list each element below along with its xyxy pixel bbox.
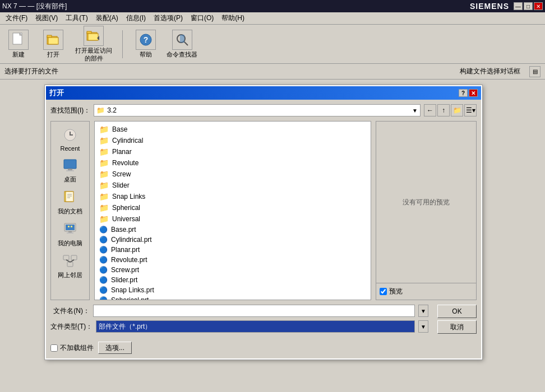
- folder-icon: 📁: [99, 214, 109, 223]
- folder-spherical-label: Spherical: [112, 204, 140, 212]
- go-back-button[interactable]: ←: [424, 104, 436, 116]
- help-icon: ?: [136, 30, 156, 50]
- toolbar: 新建 打开 打开最近访问 的部件 ?: [0, 25, 545, 64]
- svg-line-42: [66, 260, 70, 262]
- no-load-checkbox[interactable]: [50, 344, 58, 352]
- dialog-toolbar: ← ↑ 📁 ☰▾: [424, 104, 477, 116]
- folder-spherical[interactable]: 📁 Spherical: [97, 202, 368, 213]
- new-folder-button[interactable]: 📁: [451, 104, 463, 116]
- filetype-select[interactable]: 部件文件（*.prt）: [96, 320, 415, 333]
- preview-checkbox[interactable]: [380, 288, 387, 295]
- up-folder-button[interactable]: ↑: [437, 104, 450, 116]
- folder-icon: 📁: [99, 181, 109, 190]
- folder-screw[interactable]: 📁 Screw: [97, 169, 368, 180]
- file-base-prt[interactable]: 🔵 Base.prt: [97, 225, 368, 235]
- toolbar-separator: [122, 30, 123, 58]
- dialog-title-bar: 打开 ? ✕: [46, 86, 481, 100]
- prt-icon: 🔵: [99, 246, 108, 254]
- svg-rect-39: [63, 255, 69, 260]
- menu-tools[interactable]: 工具(T): [62, 12, 91, 24]
- svg-rect-14: [180, 35, 184, 43]
- window-title: NX 7 — — [没有部件]: [2, 2, 67, 11]
- open-recent-button[interactable]: 打开最近访问 的部件: [74, 26, 113, 62]
- open-recent-icon: [84, 26, 104, 46]
- file-snap-links-prt-label: Snap Links.prt: [111, 286, 154, 294]
- filetype-dropdown-button[interactable]: ▼: [418, 320, 428, 333]
- file-cylindrical-prt-label: Cylindrical.prt: [111, 236, 152, 244]
- ok-button[interactable]: OK: [437, 305, 477, 318]
- no-preview-text: 没有可用的预览: [403, 198, 450, 207]
- file-planar-prt-label: Planar.prt: [111, 246, 140, 254]
- title-bar: NX 7 — — [没有部件] SIEMENS — □ ✕: [0, 0, 545, 12]
- menu-info[interactable]: 信息(I): [123, 12, 149, 24]
- file-screw-prt[interactable]: 🔵 Screw.prt: [97, 265, 368, 275]
- open-icon: [43, 30, 63, 50]
- folder-revolute[interactable]: 📁 Revolute: [97, 157, 368, 169]
- restore-button[interactable]: □: [524, 2, 533, 10]
- file-revolute-prt[interactable]: 🔵 Revolute.prt: [97, 255, 368, 265]
- no-load-row: 不加载组件: [50, 343, 94, 353]
- filename-label: 文件名(N)：: [50, 306, 90, 316]
- workspace: 打开 ? ✕ 查找范围(I)： 📁 3.2 ▼ ←: [0, 80, 545, 392]
- look-in-select[interactable]: 📁 3.2 ▼: [94, 104, 421, 116]
- svg-rect-26: [68, 169, 72, 170]
- dialog-close-button[interactable]: ✕: [469, 89, 478, 97]
- menu-help[interactable]: 帮助(H): [218, 12, 248, 24]
- no-load-label: 不加载组件: [60, 343, 94, 353]
- nav-panel-recent[interactable]: Recent: [53, 126, 87, 152]
- svg-line-43: [70, 260, 74, 262]
- menu-view[interactable]: 视图(V): [32, 12, 61, 24]
- view-menu-button[interactable]: ☰▾: [464, 104, 477, 116]
- svg-rect-36: [67, 232, 73, 234]
- preview-panel: 没有可用的预览 预览: [376, 121, 477, 300]
- file-spherical-prt[interactable]: 🔵 Spherical.prt: [97, 295, 368, 300]
- menu-window[interactable]: 窗口(O): [187, 12, 217, 24]
- file-revolute-prt-label: Revolute.prt: [111, 256, 147, 264]
- nav-panel-my-docs[interactable]: 我的文档: [53, 188, 87, 216]
- nav-panel-my-docs-label: 我的文档: [58, 207, 82, 216]
- close-button[interactable]: ✕: [534, 2, 543, 10]
- new-icon: [8, 30, 29, 50]
- folder-snap-links[interactable]: 📁 Snap Links: [97, 191, 368, 202]
- filename-input[interactable]: [93, 305, 415, 317]
- folder-universal-label: Universal: [112, 215, 140, 223]
- dialog-help-button[interactable]: ?: [459, 89, 468, 97]
- nav-panel-desktop[interactable]: 桌面: [53, 156, 87, 184]
- svg-rect-35: [68, 231, 72, 232]
- folder-cylindrical[interactable]: 📁 Cylindrical: [97, 135, 368, 146]
- file-slider-prt[interactable]: 🔵 Slider.prt: [97, 275, 368, 285]
- help-button[interactable]: ? 帮助: [132, 30, 160, 58]
- file-snap-links-prt[interactable]: 🔵 Snap Links.prt: [97, 285, 368, 295]
- status-expand-button[interactable]: ▤: [529, 66, 541, 77]
- dialog-buttons: OK 取消: [437, 305, 477, 334]
- svg-rect-40: [71, 255, 77, 260]
- folder-planar[interactable]: 📁 Planar: [97, 146, 368, 157]
- folder-slider[interactable]: 📁 Slider: [97, 180, 368, 191]
- file-cylindrical-prt[interactable]: 🔵 Cylindrical.prt: [97, 235, 368, 245]
- new-button[interactable]: 新建: [4, 30, 33, 58]
- dialog-content: 查找范围(I)： 📁 3.2 ▼ ← ↑ 📁 ☰▾: [46, 100, 481, 358]
- status-left: 选择要打开的文件: [4, 67, 58, 76]
- menu-preferences[interactable]: 首选项(P): [150, 12, 186, 24]
- bottom-form: 文件名(N)： ▼ 文件类型(T)： 部件文件（*.prt） ▼: [50, 305, 477, 336]
- minimize-button[interactable]: —: [514, 2, 523, 10]
- dialog-title-text: 打开: [49, 88, 64, 98]
- menu-file[interactable]: 文件(F): [2, 12, 31, 24]
- command-finder-button[interactable]: 命令查找器: [167, 30, 197, 58]
- cancel-button[interactable]: 取消: [437, 320, 477, 334]
- menu-assembly[interactable]: 装配(A): [93, 12, 122, 24]
- options-button[interactable]: 选项...: [98, 342, 132, 354]
- nav-panel-desktop-label: 桌面: [64, 175, 76, 184]
- nav-panel-my-computer[interactable]: 我的电脑: [53, 220, 87, 248]
- status-right: 构建文件选择对话框: [460, 67, 520, 76]
- filename-dropdown-button[interactable]: ▼: [418, 305, 428, 317]
- svg-rect-37: [68, 226, 70, 227]
- nav-panel-network[interactable]: 网上邻居: [53, 252, 87, 279]
- folder-base[interactable]: 📁 Base: [97, 124, 368, 135]
- new-label: 新建: [12, 51, 25, 58]
- folder-universal[interactable]: 📁 Universal: [97, 213, 368, 225]
- open-button[interactable]: 打开: [39, 30, 67, 58]
- file-planar-prt[interactable]: 🔵 Planar.prt: [97, 245, 368, 255]
- file-slider-prt-label: Slider.prt: [111, 276, 137, 284]
- open-label: 打开: [47, 51, 59, 58]
